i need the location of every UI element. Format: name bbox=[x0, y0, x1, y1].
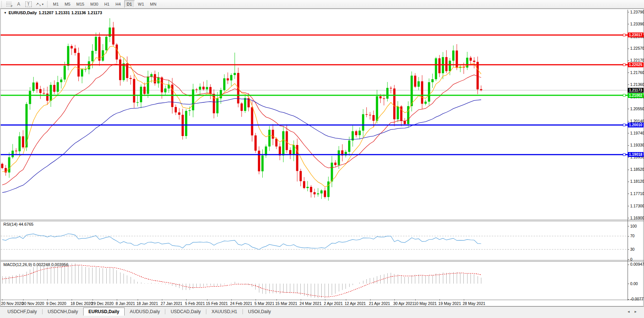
price-tick-1.23790: 1.23790 bbox=[630, 10, 644, 15]
price-tick-1.18930-tick bbox=[628, 157, 629, 158]
date-tick bbox=[325, 299, 325, 300]
current-price-chip: 1.21173 bbox=[628, 88, 644, 93]
chart-tabs: USDCHF,DailyUSDCNH,DailyEURUSD,DailyAUDU… bbox=[2, 307, 276, 316]
timeframe-button-m30[interactable]: M30 bbox=[88, 0, 101, 8]
rsi-tick-70-tick bbox=[628, 236, 629, 237]
date-label: 28 May 2021 bbox=[463, 301, 485, 306]
price-tick-1.19330-tick bbox=[628, 145, 629, 146]
price-tick-1.17710-tick bbox=[628, 194, 629, 194]
price-tick-1.17710: 1.17710 bbox=[630, 191, 644, 196]
price-tick-1.19740-tick bbox=[628, 133, 629, 133]
toolbar-grip-2[interactable] bbox=[47, 1, 49, 7]
tab-audusd-daily[interactable]: AUDUSD,Daily bbox=[125, 308, 165, 316]
timeframe-button-mn[interactable]: MN bbox=[147, 0, 159, 8]
price-tick-1.21760-tick bbox=[628, 72, 629, 73]
rsi-canvas[interactable] bbox=[1, 221, 628, 260]
title-collapse-arrow[interactable]: ▼ bbox=[4, 11, 7, 15]
toolbar-grip[interactable] bbox=[1, 1, 3, 7]
pane-separator[interactable] bbox=[1, 220, 644, 220]
timeframe-button-h1[interactable]: H1 bbox=[101, 0, 112, 8]
fibonacci-icon-letter: F bbox=[11, 4, 13, 8]
date-tick bbox=[162, 299, 162, 300]
price-tick-1.20550-tick bbox=[628, 109, 629, 109]
date-tick bbox=[23, 299, 24, 300]
date-label: 18 Dec 2020 bbox=[71, 301, 93, 306]
rsi-tick-100: 100 bbox=[630, 224, 637, 229]
macd-tick-max-tick bbox=[628, 265, 629, 265]
rsi-tick-30: 30 bbox=[630, 247, 635, 252]
date-label: 15 Feb 2021 bbox=[206, 301, 228, 306]
macd-tick-zero: 0.00 bbox=[630, 281, 638, 286]
toolbar: F A T ↗ ↘ ▾ M1M5M15M30H1H4D1W1MN bbox=[0, 0, 644, 9]
tab-usdcad-daily[interactable]: USDCAD,Daily bbox=[165, 308, 206, 316]
price-tick-1.20550: 1.20550 bbox=[630, 106, 644, 111]
price-tick-1.23790-tick bbox=[628, 12, 629, 12]
fibonacci-icon[interactable]: F bbox=[4, 0, 13, 8]
timeframe-button-m1[interactable]: M1 bbox=[50, 0, 61, 8]
date-tick bbox=[186, 299, 187, 300]
rsi-tick-0-tick bbox=[628, 259, 629, 260]
date-tick bbox=[301, 299, 301, 300]
tab-eurusd-daily[interactable]: EURUSD,Daily bbox=[83, 308, 125, 316]
quote-high: 1.21331 bbox=[55, 10, 70, 15]
date-tick bbox=[394, 299, 395, 300]
timeframe-button-m5[interactable]: M5 bbox=[62, 0, 73, 8]
date-label: 20 Nov 2020 bbox=[1, 301, 24, 306]
price-line-handle bbox=[623, 154, 625, 156]
rsi-tick-70: 70 bbox=[630, 234, 635, 238]
tab-scroll-arrows[interactable]: ◄► bbox=[627, 310, 641, 314]
date-tick bbox=[440, 299, 440, 300]
text-icon[interactable]: A bbox=[14, 0, 23, 8]
timeframe-button-h4[interactable]: H4 bbox=[113, 0, 123, 8]
timeframe-button-w1[interactable]: W1 bbox=[135, 0, 147, 8]
timeframe-button-d1[interactable]: D1 bbox=[124, 0, 135, 8]
price-line-handle bbox=[623, 64, 625, 66]
tab-xauusd-h1[interactable]: XAUUSD,H1 bbox=[206, 308, 243, 316]
date-label: 12 Apr 2021 bbox=[345, 301, 366, 306]
main-chart-canvas[interactable] bbox=[1, 10, 628, 220]
candles-layer bbox=[1, 18, 482, 201]
date-label: 30 Nov 2020 bbox=[22, 301, 44, 306]
rsi-tick-30-tick bbox=[628, 249, 629, 250]
tab-usdchf-daily[interactable]: USDCHF,Daily bbox=[2, 308, 42, 316]
text-label-icon[interactable]: T bbox=[24, 0, 33, 8]
tab-usoil-daily[interactable]: USOil,Daily bbox=[243, 308, 276, 316]
tab-usdcnh-daily[interactable]: USDCNH,Daily bbox=[43, 308, 83, 316]
price-tick-1.18120: 1.18120 bbox=[630, 179, 644, 184]
arrows-dropdown-caret[interactable]: ▾ bbox=[42, 3, 43, 6]
timeframe-button-m15[interactable]: M15 bbox=[74, 0, 87, 8]
macd-tick-max: 0.009478 bbox=[630, 262, 644, 267]
price-tick-1.16900-tick bbox=[628, 218, 629, 218]
arrows-icon[interactable]: ↗ ↘ ▾ bbox=[34, 0, 46, 8]
price-tick-1.23390: 1.23390 bbox=[630, 22, 644, 27]
price-tick-1.22570-tick bbox=[628, 49, 629, 49]
date-label: 18 Jan 2021 bbox=[137, 301, 158, 306]
price-tick-1.20140-tick bbox=[628, 121, 629, 121]
tab-scroll-right-icon: ► bbox=[634, 310, 641, 314]
pane-separator[interactable] bbox=[1, 221, 644, 221]
pane-separator[interactable] bbox=[1, 260, 644, 260]
price-axis[interactable]: 1.237901.233901.229601.225701.221701.217… bbox=[628, 9, 643, 300]
macd-label: MACD(12,26,9) 0.002248 0.003956 bbox=[3, 262, 68, 267]
price-chip-1.23017: 1.23017 bbox=[628, 33, 644, 37]
date-tick bbox=[370, 299, 371, 300]
price-line-handle bbox=[623, 124, 625, 126]
macd-tick-zero-tick bbox=[628, 284, 629, 284]
price-tick-1.21760: 1.21760 bbox=[630, 70, 644, 75]
date-label: 2 Apr 2021 bbox=[324, 301, 343, 306]
price-tick-1.17300-tick bbox=[628, 206, 629, 206]
price-tick-1.18520: 1.18520 bbox=[630, 167, 644, 172]
timeframe-toolbar: M1M5M15M30H1H4D1W1MN bbox=[50, 0, 159, 8]
date-label: 24 Feb 2021 bbox=[230, 301, 252, 306]
price-tick-1.18120-tick bbox=[628, 182, 629, 182]
pane-separator[interactable] bbox=[1, 261, 644, 262]
price-tick-1.19740: 1.19740 bbox=[630, 131, 644, 136]
macd-tick-min-tick bbox=[628, 299, 629, 300]
chart-symbol-label: EURUSD,Daily bbox=[9, 10, 37, 15]
date-tick bbox=[276, 299, 277, 300]
macd-canvas[interactable] bbox=[1, 262, 628, 300]
price-chip-1.19018: 1.19018 bbox=[628, 152, 644, 157]
date-label: 21 Apr 2021 bbox=[369, 301, 390, 306]
date-axis[interactable]: 20 Nov 202030 Nov 20209 Dec 202018 Dec 2… bbox=[1, 300, 643, 306]
mt4-application: F A T ↗ ↘ ▾ M1M5M15M30H1H4D1W1MN ▼ EURUS… bbox=[0, 0, 644, 318]
